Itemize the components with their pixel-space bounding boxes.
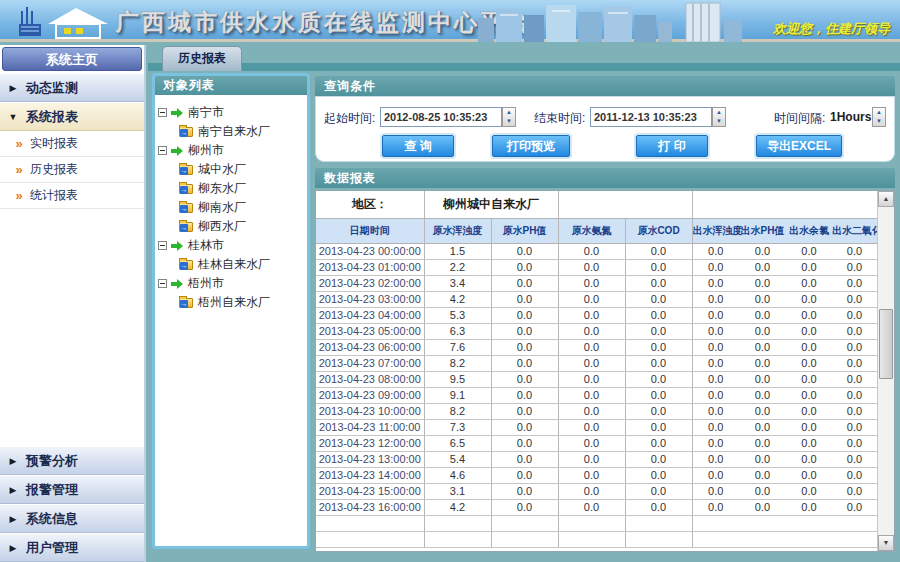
cell-value: 0.0 <box>832 403 877 419</box>
green-arrow-icon <box>171 279 184 289</box>
tree-city-node[interactable]: 柳州市 <box>158 141 304 160</box>
sidebar-group-label: 预警分析 <box>26 452 78 470</box>
cell-value: 0.0 <box>832 291 877 307</box>
sidebar-group-label: 系统报表 <box>26 108 78 126</box>
collapse-minus-icon[interactable] <box>158 279 167 288</box>
cell-empty <box>786 515 832 531</box>
table-scrollbar[interactable]: ▲ ▼ <box>877 191 894 551</box>
cell-value: 0.0 <box>558 499 625 515</box>
table-row[interactable]: 2013-04-23 06:00:007.60.00.00.00.00.00.0… <box>316 339 877 355</box>
cell-value: 0.0 <box>739 339 786 355</box>
sidebar-subitem-历史报表[interactable]: »历史报表 <box>0 157 144 183</box>
cell-value: 0.0 <box>558 371 625 387</box>
tree-plant-node[interactable]: 梧州自来水厂 <box>158 293 304 312</box>
spinner-down-icon[interactable]: ▼ <box>873 117 885 126</box>
tree-plant-node[interactable]: 柳东水厂 <box>158 179 304 198</box>
data-report-panel: 地区： 柳州城中自来水厂 日期时间原水浑浊度原水PH值原水氨氮原水COD出水浑浊… <box>315 190 895 552</box>
tree-city-node[interactable]: 梧州市 <box>158 274 304 293</box>
cell-value: 0.0 <box>692 483 739 499</box>
tree-city-node[interactable]: 南宁市 <box>158 103 304 122</box>
end-time-input[interactable] <box>590 107 712 127</box>
sidebar-subitem-实时报表[interactable]: »实时报表 <box>0 131 144 157</box>
cell-datetime: 2013-04-23 11:00:00 <box>316 419 424 435</box>
table-row[interactable]: 2013-04-23 12:00:006.50.00.00.00.00.00.0… <box>316 435 877 451</box>
sidebar-subitem-label: 统计报表 <box>30 187 78 204</box>
table-row[interactable]: 2013-04-23 02:00:003.40.00.00.00.00.00.0… <box>316 275 877 291</box>
sidebar-group-label: 用户管理 <box>26 539 78 557</box>
tree-plant-node[interactable]: 柳西水厂 <box>158 217 304 236</box>
spinner-down-icon[interactable]: ▼ <box>713 117 725 126</box>
print-button[interactable]: 打 印 <box>636 135 708 157</box>
cell-empty <box>786 531 832 547</box>
sidebar-subitem-统计报表[interactable]: »统计报表 <box>0 183 144 209</box>
table-row[interactable]: 2013-04-23 16:00:004.20.00.00.00.00.00.0… <box>316 499 877 515</box>
collapse-minus-icon[interactable] <box>158 146 167 155</box>
table-row[interactable]: 2013-04-23 15:00:003.10.00.00.00.00.00.0… <box>316 483 877 499</box>
cell-value: 0.0 <box>832 419 877 435</box>
tree-plant-node[interactable]: 桂林自来水厂 <box>158 255 304 274</box>
green-arrow-icon <box>171 108 184 118</box>
tree-plant-node[interactable]: 南宁自来水厂 <box>158 122 304 141</box>
table-row[interactable]: 2013-04-23 07:00:008.20.00.00.00.00.00.0… <box>316 355 877 371</box>
query-button[interactable]: 查 询 <box>382 135 454 157</box>
spinner-up-icon[interactable]: ▲ <box>503 108 515 117</box>
table-row[interactable]: 2013-04-23 10:00:008.20.00.00.00.00.00.0… <box>316 403 877 419</box>
tab-history-report[interactable]: 历史报表 <box>162 46 242 71</box>
table-row[interactable]: 2013-04-23 13:00:005.40.00.00.00.00.00.0… <box>316 451 877 467</box>
start-time-input[interactable] <box>380 107 502 127</box>
sidebar-item-报警管理[interactable]: ▶报警管理 <box>0 475 144 504</box>
sidebar-item-dynamic-monitoring[interactable]: ▶ 动态监测 <box>0 73 144 102</box>
green-arrow-icon <box>171 241 184 251</box>
cell-value: 0.0 <box>832 499 877 515</box>
table-row[interactable]: 2013-04-23 08:00:009.50.00.00.00.00.00.0… <box>316 371 877 387</box>
sidebar-item-预警分析[interactable]: ▶预警分析 <box>0 446 144 475</box>
collapse-minus-icon[interactable] <box>158 108 167 117</box>
print-preview-button[interactable]: 打印预览 <box>492 135 570 157</box>
object-list-panel: 对象列表 南宁市南宁自来水厂柳州市城中水厂柳东水厂柳南水厂柳西水厂桂林市桂林自来… <box>152 73 310 549</box>
cell-empty <box>316 515 424 531</box>
table-row[interactable]: 2013-04-23 03:00:004.20.00.00.00.00.00.0… <box>316 291 877 307</box>
scrollbar-thumb[interactable] <box>879 309 893 379</box>
cell-value: 0.0 <box>558 323 625 339</box>
table-row[interactable]: 2013-04-23 04:00:005.30.00.00.00.00.00.0… <box>316 307 877 323</box>
cell-empty <box>739 515 786 531</box>
collapse-minus-icon[interactable] <box>158 241 167 250</box>
table-row[interactable]: 2013-04-23 05:00:006.30.00.00.00.00.00.0… <box>316 323 877 339</box>
cell-value: 0.0 <box>558 259 625 275</box>
sidebar-item-home[interactable]: 系统主页 <box>2 47 142 71</box>
sidebar-item-system-reports[interactable]: ▼ 系统报表 <box>0 102 144 131</box>
spinner-down-icon[interactable]: ▼ <box>503 117 515 126</box>
interval-spinner[interactable]: ▲ ▼ <box>872 107 886 127</box>
cell-value: 0.0 <box>786 355 832 371</box>
sidebar-item-用户管理[interactable]: ▶用户管理 <box>0 533 144 562</box>
tree-city-node[interactable]: 桂林市 <box>158 236 304 255</box>
cell-value: 0.0 <box>558 451 625 467</box>
cell-value: 0.0 <box>491 291 558 307</box>
table-row[interactable]: 2013-04-23 14:00:004.60.00.00.00.00.00.0… <box>316 467 877 483</box>
spinner-up-icon[interactable]: ▲ <box>713 108 725 117</box>
cell-value: 0.0 <box>739 403 786 419</box>
cell-value: 0.0 <box>692 467 739 483</box>
scroll-down-icon[interactable]: ▼ <box>878 535 894 551</box>
table-row[interactable]: 2013-04-23 11:00:007.30.00.00.00.00.00.0… <box>316 419 877 435</box>
cell-value: 0.0 <box>625 467 692 483</box>
cell-value: 0.0 <box>739 307 786 323</box>
table-row[interactable]: 2013-04-23 00:00:001.50.00.00.00.00.00.0… <box>316 243 877 259</box>
cell-value: 0.0 <box>739 323 786 339</box>
end-time-spinner[interactable]: ▲ ▼ <box>712 107 726 127</box>
table-row[interactable]: 2013-04-23 09:00:009.10.00.00.00.00.00.0… <box>316 387 877 403</box>
spinner-up-icon[interactable]: ▲ <box>873 108 885 117</box>
start-time-spinner[interactable]: ▲ ▼ <box>502 107 516 127</box>
scroll-up-icon[interactable]: ▲ <box>878 191 894 207</box>
cell-value: 0.0 <box>491 339 558 355</box>
cell-value: 0.0 <box>558 243 625 259</box>
cell-datetime: 2013-04-23 13:00:00 <box>316 451 424 467</box>
sidebar-item-系统信息[interactable]: ▶系统信息 <box>0 504 144 533</box>
table-row[interactable]: 2013-04-23 01:00:002.20.00.00.00.00.00.0… <box>316 259 877 275</box>
tree-plant-node[interactable]: 城中水厂 <box>158 160 304 179</box>
end-time-label: 结束时间: <box>534 110 585 127</box>
export-excel-button[interactable]: 导出EXCEL <box>756 135 842 157</box>
cell-value: 0.0 <box>832 243 877 259</box>
tree-plant-node[interactable]: 柳南水厂 <box>158 198 304 217</box>
cell-value: 0.0 <box>786 259 832 275</box>
